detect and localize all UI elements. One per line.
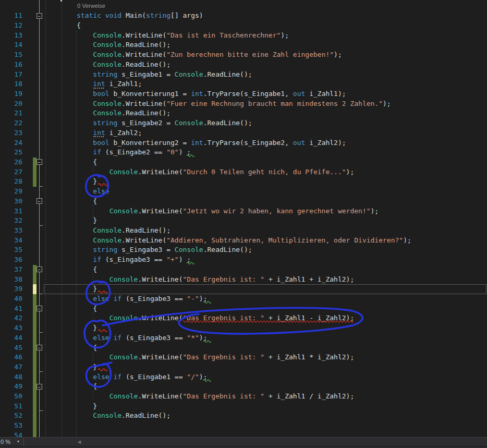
fold-region-end-tick	[39, 225, 43, 226]
code-line[interactable]: bool b_Konvertierung1 = int.TryParse(s_E…	[44, 89, 346, 99]
fold-collapse-icon[interactable]: −	[36, 267, 42, 272]
code-line[interactable]: if (s_Eingabe2 == "0") ;	[44, 148, 191, 158]
code-line[interactable]: Console.ReadLine();	[44, 40, 171, 50]
code-line[interactable]: else if (s_Eingabe3 == "-");	[44, 294, 207, 304]
fold-collapse-icon[interactable]: −	[36, 159, 42, 165]
code-token: int	[93, 80, 105, 88]
line-number: 25	[0, 148, 22, 158]
code-line[interactable]: }	[44, 323, 97, 333]
change-bar-saved	[33, 372, 37, 382]
code-line[interactable]: else if (s_Eingabe3 == "*");	[44, 333, 207, 343]
code-token: else	[93, 373, 109, 381]
code-line[interactable]: {	[44, 197, 97, 207]
code-line[interactable]: string s_Eingabe1 = Console.ReadLine();	[44, 70, 252, 80]
code-token: int	[191, 139, 203, 147]
code-token	[44, 41, 93, 49]
code-token	[44, 353, 109, 361]
code-token	[44, 295, 93, 302]
code-line[interactable]: else if (s_Eingabe1 == "/");	[44, 372, 207, 382]
code-line[interactable]: {	[44, 265, 97, 275]
line-number: 33	[0, 226, 22, 236]
code-line[interactable]: {	[44, 158, 97, 167]
code-line[interactable]: Console.WriteLine("Das Ergebnis ist: " +…	[44, 392, 354, 402]
code-line[interactable]: Console.ReadLine();	[44, 411, 171, 421]
code-editor-window: 0 Verweise 11−12131415161718192021222324…	[0, 0, 487, 448]
code-line[interactable]: else	[44, 187, 109, 197]
fold-collapse-icon[interactable]: −	[36, 13, 42, 19]
code-line[interactable]: if (s_Eingabe3 == "+") ;	[44, 255, 191, 265]
code-token: "Addieren, Subtrahieren, Multiplizieren,…	[166, 236, 403, 244]
code-token: if	[93, 256, 101, 263]
line-number: 34	[0, 236, 22, 246]
code-token	[101, 11, 105, 19]
code-line[interactable]: Console.WriteLine("Durch 0 Teilen geht n…	[44, 167, 354, 177]
code-token: Console	[93, 226, 121, 234]
line-number: 26	[0, 158, 22, 167]
line-number: 17	[0, 70, 22, 80]
code-line[interactable]: }	[44, 284, 97, 294]
fold-collapse-icon[interactable]: −	[36, 198, 42, 204]
line-number: 45	[0, 343, 22, 353]
code-line[interactable]: Console.WriteLine("Zun berechnen bitte e…	[44, 50, 342, 60]
code-token: .ReadLine();	[203, 70, 252, 78]
code-line[interactable]: Console.WriteLine("Das Ergebnis ist: " +…	[44, 275, 354, 285]
code-line[interactable]: Console.ReadLine();	[44, 108, 171, 118]
code-line[interactable]: Console.WriteLine("Addieren, Subtrahiere…	[44, 236, 411, 246]
editor-zoom-control[interactable]: 0 % ▾	[0, 438, 24, 446]
line-number: 11	[0, 11, 22, 21]
code-token	[44, 129, 93, 137]
line-number: 14	[0, 40, 22, 50]
code-line[interactable]: static void Main(string[] args)	[44, 11, 203, 21]
code-token: (s_Eingabe3 ==	[121, 334, 187, 342]
fold-collapse-icon[interactable]: −	[36, 384, 42, 390]
code-line[interactable]: }	[44, 216, 97, 226]
code-token: .WriteLine(	[138, 353, 182, 361]
code-token: Console	[93, 51, 121, 58]
code-line[interactable]: {	[44, 343, 97, 353]
code-line[interactable]: {	[44, 304, 97, 314]
code-line[interactable]: Console.WriteLine("Jetzt wo wir 2 haben,…	[44, 207, 379, 216]
code-token: "Durch 0 Teilen geht nich, du Pfeife..."	[183, 168, 346, 176]
code-token: (s_Eingabe3 ==	[121, 295, 187, 302]
change-bar-saved	[33, 402, 37, 411]
line-number: 48	[0, 372, 22, 382]
code-token	[44, 109, 93, 117]
code-line[interactable]: {	[44, 382, 97, 392]
code-token: (s_Eingabe1 ==	[121, 373, 187, 381]
code-line[interactable]: }	[44, 402, 97, 411]
code-token: void	[105, 11, 121, 19]
code-line[interactable]: Console.WriteLine("Fuer eine Rechnung br…	[44, 99, 391, 109]
code-line[interactable]: {	[44, 21, 80, 31]
chevron-down-icon[interactable]: ▾	[17, 439, 19, 444]
scrollbar-left-arrow-icon[interactable]: ◀	[78, 440, 81, 444]
code-token	[44, 314, 109, 322]
fold-collapse-icon[interactable]: −	[36, 306, 42, 311]
code-token: b_Konvertierung2 =	[109, 139, 191, 147]
code-token	[44, 51, 93, 58]
code-line[interactable]: string s_Eingabe2 = Console.ReadLine();	[44, 118, 252, 128]
code-token: .ReadLine();	[203, 119, 252, 127]
code-token: "Das ist ein Taschenrechner"	[166, 31, 281, 39]
code-line[interactable]: Console.ReadLine();	[44, 60, 171, 70]
codelens-references[interactable]: 0 Verweise	[77, 3, 105, 9]
code-token: );	[346, 168, 355, 176]
code-line[interactable]: bool b_Konvertierung2 = int.TryParse(s_E…	[44, 138, 346, 148]
fold-collapse-icon[interactable]: −	[36, 345, 42, 350]
code-token: i_Zahl2;	[105, 129, 142, 137]
change-bar-saved	[33, 323, 37, 333]
code-token: "Das Ergebnis ist: "	[183, 353, 265, 361]
line-number: 43	[0, 323, 22, 333]
line-number: 53	[0, 421, 22, 431]
code-token: {	[44, 197, 97, 205]
line-number: 42	[0, 313, 22, 323]
code-token: .ReadLine();	[121, 226, 171, 234]
zoom-level-value[interactable]: 0 %	[1, 439, 10, 445]
code-line[interactable]: }	[44, 177, 97, 187]
code-token: .WriteLine(	[138, 275, 182, 283]
horizontal-scrollbar-strip[interactable]: 0 % ▾ ◀	[0, 437, 487, 446]
code-line[interactable]: Console.WriteLine("Das ist ein Taschenre…	[44, 31, 289, 41]
code-line[interactable]: string s_Eingabe3 = Console.ReadLine();	[44, 245, 252, 255]
code-line[interactable]: }	[44, 362, 97, 372]
code-line[interactable]: Console.ReadLine();	[44, 226, 171, 236]
code-line[interactable]: Console.WriteLine("Das Ergebnis ist: " +…	[44, 353, 354, 362]
